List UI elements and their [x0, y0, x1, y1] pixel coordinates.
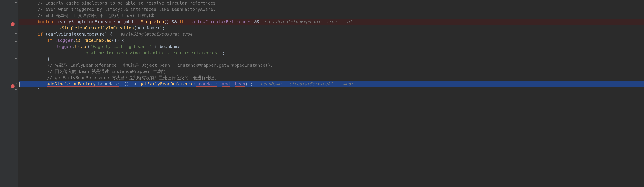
code-line-execution[interactable]: addSingletonFactory(beanName, () -> getE…: [19, 81, 644, 87]
field: allowCircularReferences: [192, 19, 252, 24]
param: mbd: [222, 81, 230, 86]
text: (beanName: [96, 81, 119, 86]
method: trace: [74, 44, 87, 49]
keyword: if: [38, 32, 43, 37]
code-line[interactable]: logger.trace("Eagerly caching bean '" + …: [19, 44, 644, 50]
method: isSingleton: [136, 19, 164, 24]
code-line[interactable]: }: [19, 87, 644, 93]
string: "Eagerly caching bean '": [90, 44, 152, 49]
text: );: [220, 50, 225, 55]
code-line[interactable]: }: [19, 56, 644, 62]
text: ,: [217, 81, 222, 86]
keyword: if: [47, 38, 52, 43]
inline-hint: earlySingletonExposure: true al: [260, 19, 352, 24]
text: (: [52, 38, 58, 43]
method: isTraceEnabled: [75, 38, 112, 43]
method: isSingletonCurrentlyInCreation: [56, 25, 134, 31]
param: beanName: [196, 81, 217, 86]
text: (: [88, 44, 90, 49]
code-editor[interactable]: // Eagerly cache singletons to be able t…: [0, 0, 644, 187]
text: .: [72, 44, 74, 49]
code-line[interactable]: if (earlySingletonExposure) { earlySingl…: [19, 31, 644, 37]
code-line[interactable]: "' to allow for resolving potential circ…: [19, 50, 644, 56]
comment: // getEarlyBeanReference 方法里面是判断有没有后置处理器…: [47, 75, 218, 80]
keyword: this: [180, 19, 190, 24]
string: "' to allow for resolving potential circ…: [75, 50, 220, 55]
code-line[interactable]: if (logger.isTraceEnabled()) {: [19, 37, 644, 44]
text: }: [47, 56, 50, 62]
code-area[interactable]: // Eagerly cache singletons to be able t…: [18, 0, 644, 187]
field: logger: [56, 44, 72, 49]
inline-hint: beanName: "circularServiceA" mbd:: [253, 81, 354, 86]
comment: // 先获取 EarlyBeanReference, 其实就是 Object b…: [47, 63, 273, 68]
code-line[interactable]: // 因为传入的 bean 就是通过 instanceWrapper 生成的: [19, 68, 644, 75]
keyword: boolean: [38, 19, 56, 24]
method: addSingletonFactory: [47, 81, 96, 86]
code-line[interactable]: // mbd 是单例 且 允许循环引用，(默认 true) 且在创建: [19, 13, 644, 19]
method: getEarlyBeanReference: [140, 81, 194, 86]
text: ()) {: [112, 38, 124, 43]
code-line[interactable]: // 先获取 EarlyBeanReference, 其实就是 Object b…: [19, 62, 644, 68]
text: ,: [230, 81, 235, 86]
gutter[interactable]: [0, 0, 18, 187]
caret-icon: [19, 82, 20, 87]
code-line-breakpoint[interactable]: boolean earlySingletonExposure = (mbd.is…: [19, 19, 644, 25]
text: () ->: [124, 81, 140, 86]
text: ));: [245, 81, 253, 86]
field: logger: [58, 38, 73, 43]
code-line[interactable]: // Eagerly cache singletons to be able t…: [19, 0, 644, 6]
comment: // 因为传入的 bean 就是通过 instanceWrapper 生成的: [47, 69, 166, 74]
text: (earlySingletonExposure) {: [43, 32, 112, 37]
code-line[interactable]: isSingletonCurrentlyInCreation(beanName)…: [19, 25, 644, 31]
code-line[interactable]: // getEarlyBeanReference 方法里面是判断有没有后置处理器…: [19, 75, 644, 81]
text: () &&: [164, 19, 180, 24]
breakpoint-icon[interactable]: [11, 22, 14, 26]
inline-hint: earlySingletonExposure: true: [112, 32, 192, 37]
comment: // even when triggered by lifecycle inte…: [38, 7, 216, 12]
text: + beanName +: [152, 44, 186, 49]
text: &&: [252, 19, 259, 24]
comment: // mbd 是单例 且 允许循环引用，(默认 true) 且在创建: [38, 13, 154, 18]
text: .: [190, 19, 192, 24]
text: earlySingletonExposure = (mbd.: [56, 19, 136, 24]
text: }: [38, 88, 40, 93]
text: .: [73, 38, 75, 43]
param: bean: [235, 81, 245, 86]
text: (beanName));: [134, 25, 165, 31]
comment: // Eagerly cache singletons to be able t…: [38, 1, 216, 6]
text: (: [194, 81, 196, 86]
code-line[interactable]: // even when triggered by lifecycle inte…: [19, 6, 644, 13]
text: ,: [119, 81, 124, 86]
breakpoint-current-icon[interactable]: [11, 84, 14, 88]
